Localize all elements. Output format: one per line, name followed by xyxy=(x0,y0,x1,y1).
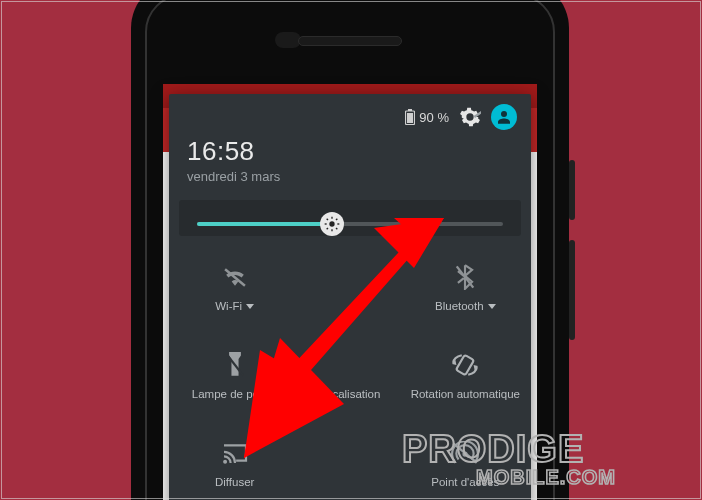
tile-label: Localisation xyxy=(320,388,381,400)
tile-flashlight[interactable]: Lampe de poche xyxy=(177,340,292,428)
battery-text: 90 % xyxy=(419,110,449,125)
chevron-down-icon xyxy=(246,304,254,309)
speaker-grille xyxy=(298,36,402,46)
svg-point-4 xyxy=(329,221,334,226)
svg-point-17 xyxy=(223,460,227,464)
volume-button xyxy=(569,240,575,340)
svg-line-11 xyxy=(326,228,327,229)
chevron-down-icon xyxy=(488,304,496,309)
wifi-off-icon xyxy=(221,262,249,292)
tiles-grid: Wi-Fi Bluetooth xyxy=(169,248,531,500)
svg-rect-16 xyxy=(456,355,474,375)
panel-status-row: 90 % xyxy=(169,94,531,130)
battery-indicator: 90 % xyxy=(405,109,449,125)
clock-block[interactable]: 16:58 vendredi 3 mars xyxy=(169,130,531,194)
tile-label: Diffuser xyxy=(215,476,254,488)
tile-label: Wi-Fi xyxy=(215,300,242,312)
tile-rotation[interactable]: Rotation automatique xyxy=(408,340,523,428)
tile-wifi[interactable]: Wi-Fi xyxy=(177,252,292,340)
cast-icon xyxy=(221,438,249,468)
hotspot-off-icon xyxy=(451,438,479,468)
settings-icon[interactable] xyxy=(459,106,481,128)
rotation-icon xyxy=(451,350,479,380)
bluetooth-off-icon xyxy=(455,262,475,292)
tile-hotspot[interactable]: Point d'accès xyxy=(408,428,523,500)
brightness-slider[interactable] xyxy=(197,222,503,226)
tile-label: Point d'accès xyxy=(431,476,499,488)
svg-rect-2 xyxy=(407,113,413,123)
tile-location[interactable]: Localisation xyxy=(292,340,407,428)
flashlight-icon xyxy=(226,350,244,380)
brightness-thumb[interactable] xyxy=(320,212,344,236)
tile-bluetooth[interactable]: Bluetooth xyxy=(408,252,523,340)
svg-line-10 xyxy=(336,228,337,229)
user-avatar[interactable] xyxy=(491,104,517,130)
tile-label: Lampe de poche xyxy=(192,388,278,400)
svg-line-9 xyxy=(326,219,327,220)
tile-label: Rotation automatique xyxy=(411,388,520,400)
battery-icon xyxy=(405,109,415,125)
brightness-card xyxy=(179,200,521,236)
tile-cast[interactable]: Diffuser xyxy=(177,428,292,500)
quick-settings-panel: 90 % 16:58 vendredi 3 mars xyxy=(169,94,531,500)
svg-line-12 xyxy=(336,219,337,220)
phone-frame: 90 % 16:58 vendredi 3 mars xyxy=(131,0,569,500)
phone-screen: 90 % 16:58 vendredi 3 mars xyxy=(163,84,537,500)
power-button xyxy=(569,160,575,220)
tile-label: Bluetooth xyxy=(435,300,484,312)
clock-time: 16:58 xyxy=(187,136,513,167)
brightness-fill xyxy=(197,222,332,226)
clock-date: vendredi 3 mars xyxy=(187,169,513,184)
brightness-icon xyxy=(324,216,340,232)
